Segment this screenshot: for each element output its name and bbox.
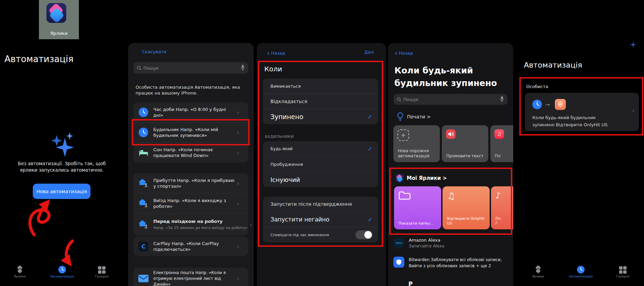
annotation-arrows — [24, 191, 106, 276]
chevron-right-icon: › — [235, 109, 239, 116]
page-title: Автоматизація — [4, 54, 73, 64]
lightbulb-icon — [397, 112, 404, 121]
empty-state-text: Без автоматизації. Зробіть так, щоб ярли… — [12, 160, 112, 173]
panel-new-automation: Скасувати Пошук Особиста автоматизація А… — [128, 43, 254, 286]
list-item-alarm[interactable]: Будильник Напр. «Коли мій будильник зупи… — [134, 122, 248, 142]
my-shortcuts-header[interactable]: Мої Ярлики > — [395, 174, 447, 182]
trigger-group-3: C CarPlay Напр. «Коли CarPlay підключаєт… — [134, 237, 248, 256]
tile-speak-text[interactable]: Промовити текст — [442, 125, 488, 162]
personal-section-label: Особиста — [526, 84, 548, 89]
option-snoozed[interactable]: Відкладається — [263, 94, 378, 109]
folder-icon — [398, 191, 411, 200]
run-options-group: Запустити після підтвердження Запустити … — [263, 197, 378, 242]
tab-automation[interactable]: Автоматизація — [565, 265, 596, 278]
shortcuts-tab-icon — [523, 265, 554, 274]
option-existing[interactable]: Існуючий — [263, 172, 378, 187]
dashed-plus-icon: + — [397, 129, 409, 141]
option-run-immediately[interactable]: Запустити негайно✓ — [263, 212, 378, 227]
app-title: Amazon Alexa — [409, 238, 444, 243]
sparkles-icon — [47, 132, 78, 161]
chevron-right-icon: › — [235, 129, 239, 136]
option-turned-off[interactable]: Вимикається — [263, 78, 378, 94]
tile-new-blank-automation[interactable]: + Нова порожня автоматизація — [393, 125, 440, 162]
option-wake-up[interactable]: Пробудження — [263, 156, 378, 172]
carplay-icon: C — [138, 241, 149, 252]
my-shortcuts-label: Мої Ярлики > — [407, 175, 447, 181]
house-person-icon — [138, 178, 149, 188]
tab-gallery[interactable]: Галерея — [607, 265, 638, 278]
page-title: Автоматизація — [524, 61, 582, 69]
chevron-right-icon: › — [248, 221, 252, 228]
option-notify-when-run: Сповіщати під час виконання — [263, 227, 378, 242]
option-any-alarm[interactable]: Будь-який✓ — [263, 141, 378, 156]
option-run-after-confirmation[interactable]: Запустити після підтвердження — [263, 197, 378, 212]
list-item-email[interactable]: Електронна пошта Напр. «Коли я отримую е… — [134, 268, 248, 286]
search-input[interactable]: Пошук — [134, 62, 248, 74]
get-started-label: Почати > — [407, 114, 431, 119]
add-button[interactable]: + — [630, 40, 636, 49]
intro-text: Особиста автоматизація Автоматизація, як… — [136, 84, 246, 96]
search-icon — [397, 97, 401, 102]
search-placeholder: Пошук — [403, 97, 419, 102]
option-stopped[interactable]: Зупинено✓ — [263, 109, 378, 124]
search-icon — [137, 66, 141, 70]
notify-toggle[interactable] — [355, 230, 373, 239]
automation-card[interactable]: → › Коли будь-який будильник зупинено Ві… — [525, 93, 639, 131]
shortcuts-mini-icon — [395, 174, 404, 182]
back-button[interactable]: ‹ Назад — [395, 49, 413, 57]
list-item-carplay[interactable]: C CarPlay Напр. «Коли CarPlay підключаєт… — [134, 237, 248, 256]
app-icon-label: Ярлики — [39, 31, 79, 36]
shortcuts-app-icon[interactable] — [46, 3, 66, 23]
bed-icon — [138, 147, 149, 158]
tile-show-folder[interactable]: Показати папку... — [394, 186, 441, 229]
list-item-leave[interactable]: Виїзд Напр. «Коли я виходжу з роботи» › — [134, 193, 248, 213]
cancel-button[interactable]: Скасувати — [142, 49, 166, 54]
back-chevron-icon: ‹ — [395, 49, 397, 57]
home-app-tile: Ярлики — [39, 0, 79, 39]
alarm-options-group: Будь-який✓ Пробудження Існуючий — [263, 141, 378, 187]
music-note-icon: ♫ — [447, 191, 455, 201]
gallery-tab-icon — [607, 265, 638, 274]
list-item-arrive[interactable]: Прибуття Напр. «Коли я прибуваю у спортз… — [134, 173, 248, 193]
back-button[interactable]: ‹ Назад — [267, 49, 285, 57]
chevron-right-icon: › — [235, 275, 239, 282]
trigger-group-4: Електронна пошта Напр. «Коли я отримую е… — [134, 268, 248, 286]
search-input[interactable]: Пошук — [393, 94, 507, 105]
panel-action-picker: ‹ Назад Коли будь-який будильник зупинен… — [388, 43, 513, 286]
app-subtitle: Запитайте Alexa — [409, 244, 444, 248]
music-note-icon: ♪ — [495, 191, 501, 200]
alexa-icon: alexa — [393, 238, 404, 248]
house-person-icon — [138, 198, 149, 209]
bitwarden-shield-icon — [393, 257, 404, 268]
check-icon: ✓ — [368, 113, 373, 120]
music-note-icon: ♫ — [494, 129, 504, 139]
tab-shortcuts[interactable]: Ярлики — [523, 265, 554, 278]
tile-partial-shortcut[interactable]: ♪ Пл Г — [491, 186, 513, 229]
row-title: Перед поїздкою на роботу — [153, 219, 223, 224]
next-button[interactable]: Далі — [364, 50, 374, 55]
tile-partial[interactable]: ♫ Пл — [490, 125, 513, 162]
chevron-right-icon: › — [630, 107, 635, 114]
back-chevron-icon: ‹ — [267, 49, 270, 57]
mic-icon[interactable] — [500, 96, 504, 103]
clock-icon — [138, 107, 149, 117]
clock-icon — [532, 100, 542, 109]
screenshot-root: { "icons": {"chevron": "›", "back": "‹",… — [0, 0, 644, 286]
house-person-icon — [138, 219, 149, 230]
list-item-before-commute[interactable]: Перед поїздкою на роботу Напр. «За 15 хв… — [134, 213, 248, 235]
when-options-group: Вимикається Відкладається Зупинено✓ — [263, 78, 378, 124]
chevron-right-icon: › — [235, 180, 239, 187]
app-row-alexa[interactable]: alexa Amazon Alexa Запитайте Alexa — [393, 238, 444, 248]
shortcut-orange-icon — [555, 99, 566, 110]
check-icon: ✓ — [368, 145, 373, 152]
check-icon: ✓ — [368, 216, 373, 223]
tile-play-onlyhit[interactable]: ♫ Відтворити OnlyHit US — [443, 186, 490, 229]
list-item-time-of-day[interactable]: Час доби Напр. «О 8:00 у будні дні» › — [134, 102, 248, 122]
toggle-knob — [364, 231, 372, 239]
get-started-row[interactable]: Почати > — [397, 112, 431, 121]
chevron-right-icon: › — [235, 200, 239, 207]
automation-tab-icon — [565, 265, 596, 274]
list-item-sleep[interactable]: Сон Напр. «Коли починає працювати Wind D… — [134, 142, 248, 162]
mic-icon[interactable] — [241, 65, 245, 72]
app-row-bitwarden[interactable]: Bitwarden Заблокувати всі облікові запис… — [393, 257, 502, 269]
